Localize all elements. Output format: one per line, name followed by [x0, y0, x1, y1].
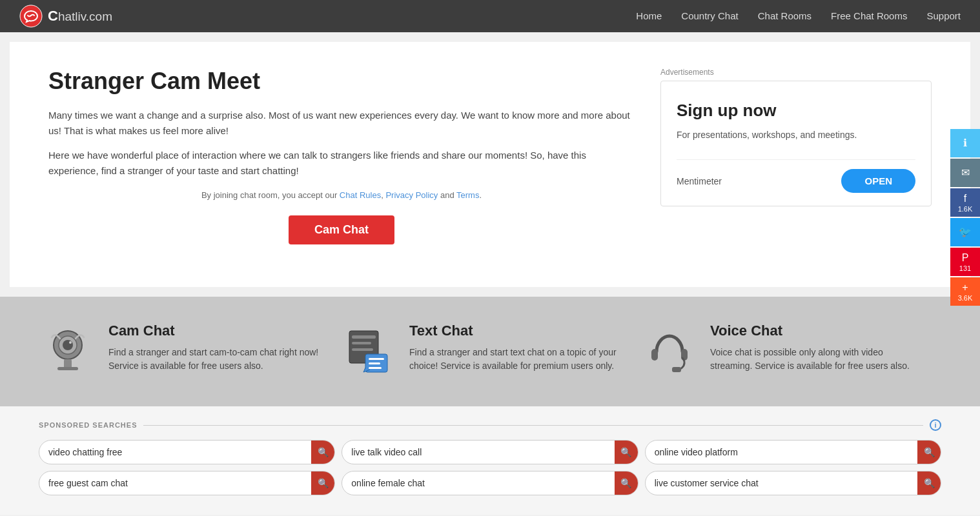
search-item-5: 🔍: [645, 471, 941, 495]
chat-rules-link[interactable]: Chat Rules: [340, 190, 381, 200]
hero-desc-1: Many times we want a change and a surpri…: [48, 108, 635, 139]
ad-brand: Mentimeter: [677, 176, 722, 186]
search-item-1: 🔍: [342, 440, 638, 464]
ad-subtitle: For presentations, workshops, and meetin…: [677, 130, 915, 140]
search-btn-2[interactable]: 🔍: [917, 441, 941, 464]
twitter-icon: 🐦: [959, 226, 972, 238]
search-grid: 🔍 🔍 🔍 🔍 🔍 🔍: [39, 440, 941, 495]
sponsored-header: SPONSORED SEARCHES i: [39, 419, 941, 431]
hero-terms: By joining chat room, you accept our Cha…: [48, 190, 635, 200]
webcam-icon: [42, 326, 94, 377]
search-input-4[interactable]: [342, 473, 614, 493]
nav-free-chat-rooms[interactable]: Free Chat Rooms: [831, 10, 907, 21]
svg-rect-9: [352, 342, 371, 344]
hero-left: Stranger Cam Meet Many times we want a c…: [48, 68, 635, 261]
ad-box: Sign up now For presentations, workshops…: [660, 81, 932, 206]
share-email-button[interactable]: ✉: [950, 159, 980, 187]
svg-rect-8: [352, 335, 376, 339]
voice-chat-title: Voice Chat: [710, 322, 922, 339]
search-btn-5[interactable]: 🔍: [917, 471, 941, 495]
svg-point-4: [69, 341, 72, 344]
text-chat-icon-wrap: [340, 322, 398, 381]
terms-link[interactable]: Terms: [456, 190, 479, 200]
nav-home[interactable]: Home: [636, 10, 662, 21]
privacy-policy-link[interactable]: Privacy Policy: [385, 190, 438, 200]
logo-text: Chatliv.com: [48, 8, 112, 25]
share-plus-button[interactable]: + 3.6K: [950, 277, 980, 306]
sponsored-label: SPONSORED SEARCHES: [39, 421, 137, 429]
svg-rect-17: [672, 367, 681, 372]
search-item-4: 🔍: [342, 471, 638, 495]
search-input-0[interactable]: [39, 442, 311, 462]
svg-rect-15: [651, 349, 658, 361]
sponsored-divider: [143, 425, 923, 426]
nav-chat-rooms[interactable]: Chat Rooms: [758, 10, 812, 21]
search-btn-3[interactable]: 🔍: [311, 471, 334, 495]
hero-right: Advertisements Sign up now For presentat…: [660, 68, 932, 261]
voice-chat-icon-wrap: [640, 322, 699, 381]
ad-footer: Mentimeter OPEN: [677, 159, 915, 193]
search-input-1[interactable]: [342, 442, 614, 462]
cam-chat-icon-wrap: [39, 322, 97, 381]
fb-count: 1.6K: [958, 205, 973, 213]
search-btn-4[interactable]: 🔍: [615, 471, 638, 495]
ad-label: Advertisements: [660, 68, 714, 77]
search-input-5[interactable]: [646, 473, 917, 493]
plus-count: 3.6K: [958, 294, 973, 302]
site-logo[interactable]: Chatliv.com: [19, 5, 112, 28]
feature-text-chat: Text Chat Find a stranger and start text…: [340, 316, 640, 387]
nav-links: Home Country Chat Chat Rooms Free Chat R…: [636, 10, 961, 22]
text-chat-text: Text Chat Find a stranger and start text…: [409, 322, 621, 373]
nav-country-chat[interactable]: Country Chat: [681, 10, 738, 21]
share-facebook-button[interactable]: f 1.6K: [950, 188, 980, 217]
hero-section: Stranger Cam Meet Many times we want a c…: [10, 42, 970, 287]
text-chat-desc: Find a stranger and start text chat on a…: [409, 346, 621, 373]
search-input-3[interactable]: [39, 473, 311, 493]
plus-icon: +: [962, 282, 968, 293]
hero-title: Stranger Cam Meet: [48, 68, 635, 95]
search-input-2[interactable]: [646, 442, 917, 462]
svg-rect-14: [369, 367, 382, 369]
search-item-2: 🔍: [645, 440, 941, 464]
side-share-panel: ℹ ✉ f 1.6K 🐦 P 131 + 3.6K: [950, 129, 980, 306]
svg-rect-10: [352, 348, 373, 351]
svg-rect-13: [369, 362, 380, 364]
email-icon: ✉: [961, 166, 970, 179]
cam-chat-text: Cam Chat Find a stranger and start cam-t…: [108, 322, 320, 373]
message-icon: [343, 326, 394, 377]
svg-rect-5: [64, 359, 72, 368]
voice-chat-text: Voice Chat Voice chat is possible only a…: [710, 322, 922, 373]
cam-chat-title: Cam Chat: [108, 322, 320, 339]
feature-cam-chat: Cam Chat Find a stranger and start cam-t…: [39, 316, 340, 387]
headset-icon: [644, 326, 695, 377]
svg-rect-6: [57, 367, 78, 370]
search-item-3: 🔍: [39, 471, 335, 495]
ad-open-button[interactable]: OPEN: [841, 169, 915, 193]
pin-count: 131: [959, 264, 971, 272]
logo-icon: [19, 5, 43, 28]
sponsored-section: SPONSORED SEARCHES i 🔍 🔍 🔍 🔍 🔍 🔍: [0, 406, 980, 515]
search-btn-0[interactable]: 🔍: [311, 441, 334, 464]
svg-rect-12: [369, 358, 384, 360]
facebook-icon: f: [964, 193, 966, 204]
nav-support[interactable]: Support: [926, 10, 961, 21]
svg-point-3: [63, 340, 73, 350]
hero-desc-2: Here we have wonderful place of interact…: [48, 148, 635, 179]
share-info-button[interactable]: ℹ: [950, 129, 980, 157]
text-chat-title: Text Chat: [409, 322, 621, 339]
cam-chat-button[interactable]: Cam Chat: [289, 215, 394, 244]
search-item-0: 🔍: [39, 440, 335, 464]
ad-title: Sign up now: [677, 101, 915, 121]
voice-chat-desc: Voice chat is possible only along with v…: [710, 346, 922, 373]
share-pinterest-button[interactable]: P 131: [950, 248, 980, 276]
pinterest-icon: P: [962, 252, 969, 264]
feature-voice-chat: Voice Chat Voice chat is possible only a…: [640, 316, 941, 387]
sponsored-info-icon[interactable]: i: [930, 419, 941, 431]
cam-chat-desc: Find a stranger and start cam-to-cam cha…: [108, 346, 320, 373]
search-btn-1[interactable]: 🔍: [615, 441, 638, 464]
info-icon: ℹ: [963, 137, 967, 149]
features-section: Cam Chat Find a stranger and start cam-t…: [0, 297, 980, 406]
share-twitter-button[interactable]: 🐦: [950, 218, 980, 246]
